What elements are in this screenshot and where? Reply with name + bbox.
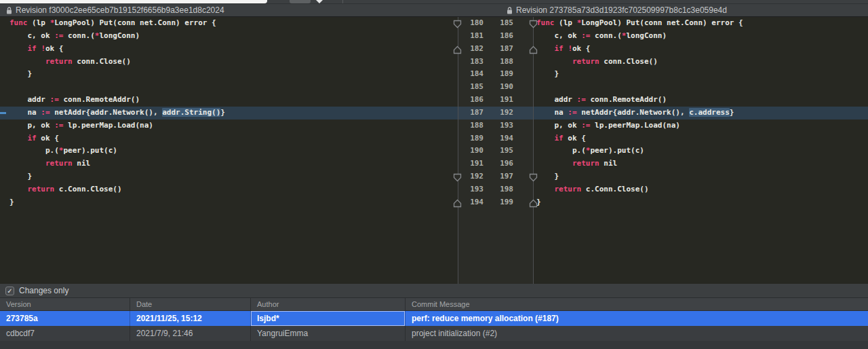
right-revision-label: Revision 273785a73d3d1923fc702509997b8c1…: [516, 5, 727, 15]
code-keyword: return: [572, 57, 599, 66]
code-keyword: :=: [54, 121, 63, 130]
right-line-number: 192: [484, 107, 513, 120]
code-line[interactable]: p.(*peer).put(c): [0, 145, 458, 158]
toolbar-button-remnant[interactable]: [290, 0, 311, 3]
cell-author[interactable]: YangruiEmma: [251, 326, 406, 341]
code-text: p, ok: [536, 121, 581, 130]
code-text: }: [9, 69, 32, 78]
code-text: [536, 159, 572, 168]
column-header-version[interactable]: Version: [0, 298, 130, 310]
diff-changed-word: c.address: [689, 108, 730, 117]
code-text: [9, 57, 45, 66]
cell-message[interactable]: project initialization (#2): [406, 326, 868, 341]
code-line[interactable]: p, ok := lp.peerMap.Load(na): [0, 120, 458, 132]
code-text: [536, 44, 555, 53]
code-line[interactable]: c, ok := conn.(*longConn): [534, 30, 868, 43]
fold-region-up-icon[interactable]: [529, 45, 538, 54]
diff-viewer-window: Revision f3000c2ee65ceb7b19152f6656b9a3e…: [0, 0, 868, 349]
code-text: }: [536, 69, 559, 78]
code-line[interactable]: }: [0, 68, 458, 81]
column-header-author[interactable]: Author: [251, 298, 406, 310]
code-line[interactable]: addr := conn.RemoteAddr(): [534, 94, 868, 107]
code-text: nil: [73, 159, 91, 168]
fold-region-up-icon[interactable]: [453, 45, 462, 54]
fold-region-down-icon[interactable]: [453, 172, 462, 181]
code-text: ok {: [37, 134, 59, 143]
fold-region-up-icon[interactable]: [529, 198, 538, 207]
gutter-row: 193198: [458, 183, 533, 196]
right-line-number: 185: [484, 17, 513, 30]
lock-icon: [6, 7, 12, 14]
code-line[interactable]: return nil: [0, 158, 458, 170]
code-text: c, ok: [9, 31, 54, 40]
code-text: [9, 44, 28, 53]
column-header-date[interactable]: Date: [130, 298, 251, 310]
code-text: conn.Close(): [599, 57, 658, 66]
code-line[interactable]: [0, 81, 458, 94]
code-line[interactable]: }: [534, 170, 868, 183]
fold-region-down-icon[interactable]: [529, 19, 538, 28]
left-editor-pane[interactable]: func (lp *LongPool) Put(conn net.Conn) e…: [0, 17, 458, 284]
code-text: netAddr{addr.Network(),: [577, 108, 690, 117]
right-line-number: 195: [484, 145, 513, 158]
code-line[interactable]: if !ok {: [0, 43, 458, 56]
gutter-row: 188193: [458, 120, 533, 132]
cell-date[interactable]: 2021/7/9, 21:46: [130, 326, 251, 341]
history-panel: ✓ Changes only VersionDateAuthorCommit M…: [0, 284, 868, 349]
code-line[interactable]: return c.Conn.Close(): [534, 183, 868, 196]
code-keyword: :=: [54, 31, 63, 40]
code-text: [9, 159, 45, 168]
code-text: [536, 134, 555, 143]
code-line[interactable]: p.(*peer).put(c): [534, 145, 868, 158]
toolbar-field-remnant: [0, 0, 267, 3]
code-text: p.(: [536, 146, 586, 155]
code-line[interactable]: c, ok := conn.(*longConn): [0, 30, 458, 43]
code-keyword: return: [45, 159, 73, 168]
left-line-number: 186: [458, 94, 484, 107]
code-line[interactable]: if ok {: [0, 132, 458, 145]
code-line[interactable]: return c.Conn.Close(): [0, 183, 458, 196]
code-line[interactable]: func (lp *LongPool) Put(conn net.Conn) e…: [0, 17, 458, 30]
code-line[interactable]: [534, 81, 868, 94]
cell-message[interactable]: perf: reduce memory allocation (#187): [406, 311, 868, 326]
code-line[interactable]: }: [534, 68, 868, 81]
chevron-down-icon[interactable]: [316, 0, 323, 3]
right-revision-header: Revision 273785a73d3d1923fc702509997b8c1…: [507, 4, 727, 16]
left-line-number: 191: [458, 158, 484, 170]
code-line[interactable]: p, ok := lp.peerMap.Load(na): [534, 120, 868, 132]
gutter-row: 185190: [458, 81, 533, 94]
code-line[interactable]: return conn.Close(): [534, 56, 868, 69]
gutter-row: 187192: [458, 107, 533, 120]
gutter-row: 192197: [458, 170, 533, 183]
code-line[interactable]: na := netAddr{addr.Network(), addr.Strin…: [0, 107, 458, 120]
column-header-commit-message[interactable]: Commit Message: [406, 298, 868, 310]
code-line[interactable]: if ok {: [534, 132, 868, 145]
right-editor-pane[interactable]: func (lp *LongPool) Put(conn net.Conn) e…: [534, 17, 868, 284]
code-line[interactable]: return nil: [534, 158, 868, 170]
changes-only-label: Changes only: [19, 286, 68, 295]
right-line-number: 193: [484, 120, 513, 132]
fold-region-down-icon[interactable]: [529, 172, 538, 181]
code-line[interactable]: na := netAddr{addr.Network(), c.address}: [534, 107, 868, 120]
cell-date[interactable]: 2021/11/25, 15:12: [130, 311, 251, 326]
gutter-row: 190195: [458, 145, 533, 158]
code-text: conn.Close(): [73, 57, 131, 66]
history-row[interactable]: cdbcdf72021/7/9, 21:46YangruiEmmaproject…: [0, 326, 868, 341]
code-line[interactable]: if !ok {: [534, 43, 868, 56]
history-row[interactable]: 273785a2021/11/25, 15:12lsjbd*perf: redu…: [0, 311, 868, 326]
code-line[interactable]: addr := conn.RemoteAddr(): [0, 94, 458, 107]
code-line[interactable]: }: [534, 196, 868, 209]
cell-author[interactable]: lsjbd*: [251, 311, 406, 326]
code-line[interactable]: return conn.Close(): [0, 56, 458, 69]
fold-region-up-icon[interactable]: [453, 198, 462, 207]
code-line[interactable]: func (lp *LongPool) Put(conn net.Conn) e…: [534, 17, 868, 30]
code-keyword: if: [555, 134, 564, 143]
code-text: }: [536, 172, 559, 181]
cell-version[interactable]: 273785a: [0, 311, 130, 326]
code-line[interactable]: }: [0, 170, 458, 183]
code-line[interactable]: }: [0, 196, 458, 209]
code-text: lp.peerMap.Load(na): [590, 121, 679, 130]
changes-only-checkbox[interactable]: ✓: [5, 287, 14, 295]
cell-version[interactable]: cdbcdf7: [0, 326, 130, 341]
fold-region-down-icon[interactable]: [453, 19, 462, 28]
